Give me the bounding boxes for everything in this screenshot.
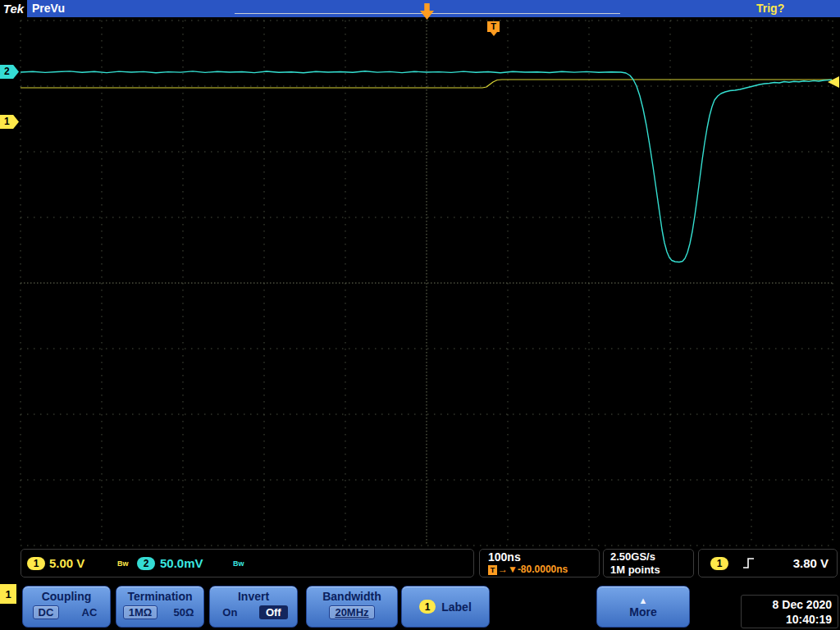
softkey-invert[interactable]: Invert On Off	[209, 586, 298, 628]
acquisition-readout-box: 2.50GS/s 1M points	[603, 549, 694, 578]
invert-option-on[interactable]: On	[219, 606, 240, 619]
ch2-badge: 2	[137, 557, 155, 570]
ch1-badge: 1	[27, 557, 45, 570]
label-channel-badge: 1	[419, 600, 436, 614]
softkey-invert-title: Invert	[210, 590, 297, 603]
tek-logo: Tek	[0, 0, 27, 17]
trigger-delay-t-icon: T	[488, 565, 497, 575]
acquisition-mode-label: PreVu	[32, 2, 65, 15]
record-length-readout: 1M points	[610, 564, 660, 576]
trigger-delay-readout: T→▼-80.0000ns	[488, 564, 568, 575]
softkey-label[interactable]: 1 Label	[401, 586, 490, 628]
softkey-bandwidth-title: Bandwidth	[307, 590, 397, 603]
trigger-flag-letter: T	[487, 21, 500, 32]
coupling-option-ac[interactable]: AC	[79, 606, 101, 619]
oscilloscope-screen: Tek PreVu Trig? T 2 1 1 5.00 V Bw 2 50.0…	[0, 0, 840, 630]
date-text: 8 Dec 2020	[742, 597, 832, 612]
termination-option-50ohm[interactable]: 50Ω	[170, 606, 197, 619]
trigger-flag-pointer-icon	[491, 32, 497, 36]
softkey-termination-title: Termination	[116, 590, 203, 603]
ch1-scale-readout: 5.00 V	[49, 556, 84, 570]
datetime-display: 8 Dec 2020 10:40:19	[741, 595, 838, 628]
timebase-readout-box: 100ns T→▼-80.0000ns	[479, 549, 600, 578]
ch2-scale-readout: 50.0mV	[160, 556, 203, 570]
ch1-bandwidth-limit-icon: Bw	[117, 559, 129, 568]
softkey-termination[interactable]: Termination 1MΩ 50Ω	[116, 586, 204, 628]
sample-rate-readout: 2.50GS/s	[610, 550, 655, 563]
channel-readouts-box: 1 5.00 V Bw 2 50.0mV Bw	[21, 549, 474, 578]
softkey-bandwidth[interactable]: Bandwidth 20MHz	[306, 586, 398, 628]
invert-option-off[interactable]: Off	[259, 605, 288, 619]
bandwidth-option-20mhz[interactable]: 20MHz	[329, 605, 374, 619]
ch2-bandwidth-limit-icon: Bw	[233, 559, 244, 568]
waveform-canvas	[0, 0, 840, 630]
softkey-more[interactable]: ▲ More	[596, 586, 690, 628]
trigger-source-badge: 1	[710, 557, 728, 570]
softkey-coupling-title: Coupling	[23, 590, 110, 603]
softkey-coupling[interactable]: Coupling DC AC	[22, 586, 111, 628]
rising-edge-slope-icon	[742, 555, 756, 572]
active-channel-side-badge: 1	[0, 584, 16, 604]
softkey-label-title: Label	[441, 600, 472, 614]
trigger-point-flag[interactable]: T	[487, 21, 500, 36]
trigger-delay-value: →▼-80.0000ns	[498, 564, 568, 575]
trigger-readout-box: 1 3.80 V	[698, 549, 838, 578]
softkey-more-title: More	[629, 605, 656, 619]
trigger-status-label: Trig?	[756, 2, 784, 15]
timebase-scale-readout: 100ns	[488, 550, 521, 564]
termination-option-1mohm[interactable]: 1MΩ	[123, 605, 158, 619]
time-text: 10:40:19	[742, 612, 832, 627]
title-bar: Tek PreVu Trig?	[0, 0, 840, 17]
trigger-level-readout: 3.80 V	[769, 556, 829, 570]
coupling-option-dc[interactable]: DC	[33, 605, 60, 619]
more-up-arrow-icon: ▲	[639, 596, 648, 605]
